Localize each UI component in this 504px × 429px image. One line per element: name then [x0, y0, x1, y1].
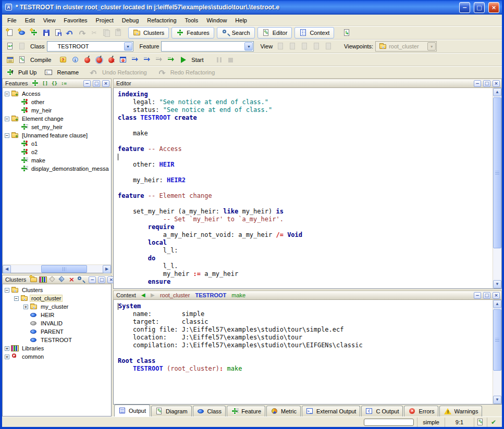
cut-button[interactable]: ✂	[88, 27, 100, 39]
tree-item-parent[interactable]: PARENT	[3, 327, 111, 336]
brackets-button[interactable]: []	[40, 79, 50, 87]
context-output-area[interactable]: System name: simple target: classic conf…	[114, 300, 493, 404]
tree-item-set-my-heir[interactable]: set_my_heir	[3, 123, 111, 131]
expand-toggle[interactable]: −	[14, 296, 19, 301]
new-class-button[interactable]	[16, 27, 28, 39]
tree-item-make[interactable]: make	[3, 156, 111, 165]
add-item-button[interactable]	[57, 275, 67, 284]
tree-item-element-change[interactable]: −+Element change	[3, 115, 111, 123]
menu-project[interactable]: Project	[92, 16, 118, 25]
editor-button[interactable]: ✎Editor	[257, 27, 292, 39]
clusters-button[interactable]: Clusters	[128, 27, 169, 39]
step-next-button[interactable]	[141, 54, 153, 66]
tree-item-my-heir[interactable]: my_heir	[3, 106, 111, 115]
scroll-right-icon[interactable]: ▶	[103, 265, 111, 273]
forward-icon[interactable]: ▶	[149, 291, 157, 299]
tree-item-my-cluster[interactable]: +my_cluster	[3, 302, 111, 311]
tab-output[interactable]: Output	[114, 405, 150, 417]
breadcrumb-cluster[interactable]: root_cluster	[160, 292, 190, 298]
compile-label[interactable]: Compile	[30, 57, 51, 63]
expand-toggle[interactable]: +	[5, 346, 9, 351]
rename-label[interactable]: Rename	[57, 69, 79, 75]
tree-item-libraries[interactable]: +Libraries	[3, 344, 111, 352]
context-button[interactable]: Context	[294, 27, 334, 39]
scrollbar-thumb[interactable]	[493, 97, 501, 248]
panel-maximize-button[interactable]: □	[98, 276, 105, 283]
panel-close-button[interactable]: ×	[102, 80, 109, 87]
tree-item-root-cluster[interactable]: −root_cluster	[3, 294, 111, 302]
menu-favorites[interactable]: Favorites	[59, 16, 91, 25]
features-horizontal-scrollbar[interactable]: ◀ ▶	[3, 264, 111, 273]
menu-view[interactable]: View	[39, 16, 60, 25]
redo-button[interactable]	[76, 27, 88, 39]
expand-toggle[interactable]: −	[5, 92, 9, 96]
scrollbar-thumb[interactable]	[493, 309, 501, 371]
editor-panel-caption[interactable]: Editor − □ ×	[113, 79, 502, 88]
context-vertical-scrollbar[interactable]: ▲ ▼	[493, 300, 501, 404]
panel-maximize-button[interactable]: □	[93, 80, 100, 87]
scroll-up-icon[interactable]: ▲	[493, 88, 501, 96]
panel-minimize-button[interactable]: −	[83, 80, 91, 87]
menu-debug[interactable]: Debug	[118, 16, 143, 25]
tree-item-testroot[interactable]: TESTROOT	[3, 336, 111, 344]
panel-minimize-button[interactable]: −	[89, 276, 96, 283]
tab-class[interactable]: Class	[193, 406, 226, 417]
pull-up-button[interactable]: ↑	[4, 67, 16, 78]
panel-maximize-button[interactable]: □	[483, 80, 490, 87]
scrollbar-thumb[interactable]	[41, 265, 87, 273]
view-interface-button[interactable]	[323, 41, 335, 52]
scroll-left-icon[interactable]: ◀	[3, 265, 11, 273]
tab-external-output[interactable]: >_External Output	[302, 406, 360, 417]
breadcrumb-feature[interactable]: make	[231, 292, 245, 298]
tab-c-output[interactable]: CC Output	[361, 406, 403, 417]
tab-diagram[interactable]: ✎Diagram	[151, 406, 192, 417]
panel-close-button[interactable]: ×	[493, 80, 500, 87]
expand-toggle[interactable]: −	[5, 288, 9, 293]
panel-minimize-button[interactable]: −	[474, 80, 481, 87]
view-flat-button[interactable]	[287, 41, 299, 52]
tree-item-other[interactable]: other	[3, 98, 111, 106]
tab-warnings[interactable]: !Warnings	[439, 406, 482, 417]
debug-window-button[interactable]	[117, 54, 129, 66]
tab-feature[interactable]: Feature	[227, 406, 265, 417]
system-properties-button[interactable]	[4, 54, 16, 66]
tab-metric[interactable]: Metric	[266, 406, 301, 417]
save-all-button[interactable]	[52, 27, 64, 39]
panel-maximize-button[interactable]: □	[483, 292, 490, 299]
menu-refactoring[interactable]: Refactoring	[143, 16, 180, 25]
tree-item-display-demonstration-messa[interactable]: display_demonstration_messa	[3, 165, 111, 173]
info-button[interactable]: i	[69, 54, 81, 66]
scroll-up-icon[interactable]: ▲	[493, 300, 501, 308]
new-cluster-button[interactable]	[29, 275, 39, 284]
paste-button[interactable]	[112, 27, 124, 39]
tree-item-o2[interactable]: o2	[3, 148, 111, 156]
save-button[interactable]	[40, 27, 52, 39]
tree-item-access[interactable]: −+Access	[3, 90, 111, 98]
pull-up-label[interactable]: Pull Up	[18, 69, 36, 75]
titlebar[interactable]: * TESTROOT in cluster root_cluster locat…	[2, 0, 502, 15]
panel-minimize-button[interactable]: −	[474, 292, 481, 299]
rename-button[interactable]: I...	[43, 67, 55, 78]
features-button[interactable]: Features	[171, 27, 214, 39]
minimize-button[interactable]: −	[459, 2, 470, 13]
editor-vertical-scrollbar[interactable]: ▲ ▼	[493, 88, 501, 288]
new-feature-button[interactable]	[28, 27, 40, 39]
scroll-down-icon[interactable]: ▼	[493, 396, 501, 404]
redo-refactoring-button[interactable]	[156, 67, 168, 78]
menu-file[interactable]: File	[3, 16, 21, 25]
start-button[interactable]	[177, 54, 189, 66]
tree-item-invalid[interactable]: INVALID	[3, 319, 111, 327]
editable-status-button[interactable]: ✎	[474, 418, 487, 427]
assign-button[interactable]: :=	[59, 79, 68, 87]
search-button[interactable]: Search	[217, 27, 255, 39]
editor-code-area[interactable]: indexing legal: "See notice at end of cl…	[114, 88, 493, 288]
chevron-down-icon[interactable]: ▼	[244, 42, 253, 51]
view-flat-contract-button[interactable]	[311, 41, 323, 52]
menu-help[interactable]: Help	[231, 16, 251, 25]
tree-item-heir[interactable]: HEIR	[3, 311, 111, 319]
features-panel-caption[interactable]: Features []{}:= − □ ×	[2, 79, 112, 88]
class-combo[interactable]: TESTROOT ▼	[47, 41, 133, 52]
libraries-books-button[interactable]	[39, 275, 48, 284]
expand-toggle[interactable]: −	[5, 117, 9, 121]
view-contract-button[interactable]	[299, 41, 311, 52]
